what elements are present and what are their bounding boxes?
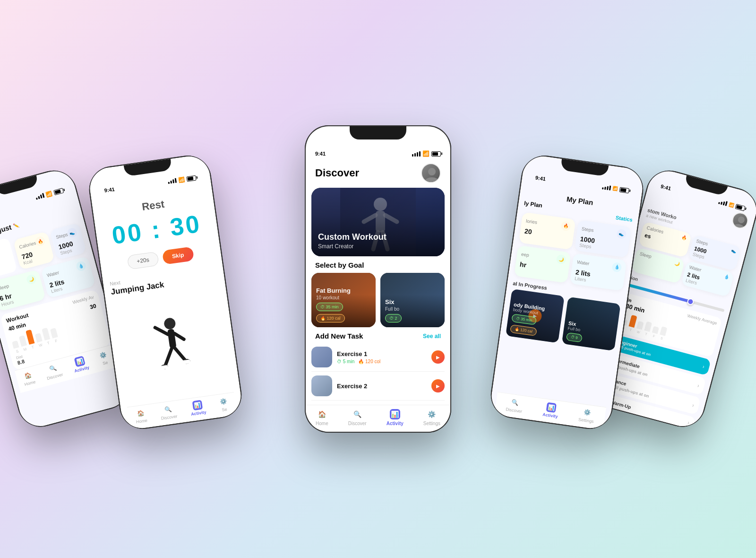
nav-discover-left2[interactable]: 🔍 Discover	[43, 362, 63, 381]
svg-line-4	[163, 348, 174, 366]
steps-label: Steps	[55, 231, 69, 239]
svg-point-10	[428, 168, 436, 175]
exercise-2-name: Exercise 2	[337, 383, 427, 390]
sleep-label: Sleep	[0, 283, 9, 291]
center-time: 9:41	[315, 151, 326, 157]
svg-point-11	[425, 177, 438, 183]
nav-home-center[interactable]: 🏠 Home	[316, 409, 328, 426]
exercise-2-thumb	[311, 375, 332, 396]
nav-settings-left2[interactable]: ⚙️ Se	[97, 349, 111, 366]
discover-title: Discover	[315, 167, 359, 179]
sixpack-card[interactable]: Six Full bo ⏱ 2	[380, 273, 445, 327]
six-pack-card[interactable]: Six Full bo ⏱ 9	[562, 296, 621, 351]
nav-activity-center[interactable]: 📊 Activity	[387, 409, 404, 426]
svg-rect-8	[160, 365, 169, 370]
nav-activity-right1[interactable]: 📊 Activity	[542, 402, 560, 419]
svg-point-0	[163, 317, 176, 330]
custom-avatar	[730, 210, 750, 230]
nav-settings-right1[interactable]: ⚙️ Settings	[578, 407, 596, 424]
svg-line-3	[174, 332, 184, 340]
nav-settings-right2[interactable]: ⚙️ Settings	[663, 430, 682, 431]
svg-rect-1	[167, 329, 176, 349]
nav-discover-right1[interactable]: 🔍 Discover	[506, 397, 524, 414]
exercise-1-item: Exercise 1 ⏱ 5 min 🔥 120 col ▶	[311, 343, 445, 372]
body-building-card[interactable]: ▶ ody Building body workout ⏱ 35 min 🔥 1…	[506, 289, 565, 343]
nav-activity-right2[interactable]: 📊 Activity	[632, 421, 651, 431]
user-avatar[interactable]	[421, 163, 441, 183]
statics-link[interactable]: Statics	[615, 215, 633, 223]
see-all-link[interactable]: See all	[423, 333, 441, 340]
svg-point-19	[737, 216, 745, 224]
hero-title: Custom Workout	[318, 233, 438, 242]
nav-activity-left2[interactable]: 📊 Activity	[71, 355, 90, 373]
exercise-1-name: Exercise 1	[337, 350, 427, 357]
skip-button[interactable]: Skip	[162, 246, 194, 265]
sixpack-sub: Full bo	[385, 306, 440, 312]
exercise-2-play[interactable]: ▶	[431, 379, 445, 392]
svg-point-20	[733, 223, 746, 230]
sixpack-title: Six	[385, 298, 440, 305]
add-task-title: Add New Task	[315, 332, 363, 340]
jumping-jack-figure	[145, 312, 202, 393]
svg-line-5	[175, 347, 186, 362]
sixpack-time-tag: ⏱ 2	[385, 314, 402, 323]
nav-settings-center[interactable]: ⚙️ Settings	[423, 409, 440, 426]
exercise-1-play[interactable]: ▶	[431, 350, 445, 364]
fat-burning-sub: 10 workout	[316, 295, 371, 300]
nav-discover-center[interactable]: 🔍 Discover	[348, 409, 367, 426]
select-goal-title: Select by Goal	[306, 256, 450, 273]
center-bottom-nav: 🏠 Home 🔍 Discover 📊 Activity ⚙️ Settings	[306, 405, 450, 432]
fat-burning-cal-tag: 🔥 120 cal	[316, 314, 345, 323]
rest-time: 9:41	[104, 186, 115, 193]
nav-activity-rest[interactable]: 📊 Activity	[189, 400, 206, 417]
fat-burning-title: Fat Burning	[316, 287, 371, 294]
phones-container: 9:41 📶 Friday	[47, 43, 709, 515]
hero-subtitle: Smart Creator	[318, 243, 438, 250]
exercise-1-time: ⏱ 5 min	[337, 359, 354, 364]
nav-discover-rest[interactable]: 🔍 Discover	[159, 403, 178, 421]
nav-home-left2[interactable]: 🏠 Home	[21, 369, 36, 387]
plus20s-button[interactable]: +20s	[127, 252, 159, 270]
water-label: Water	[46, 270, 60, 278]
calories-label: Calories	[18, 240, 36, 249]
fat-burning-card[interactable]: Fat Burning 10 workout ⏱ 35 min 🔥 120 ca…	[311, 273, 376, 327]
nav-se-rest[interactable]: ⚙️ Se	[218, 396, 229, 412]
phone-discover: 9:41 📶 Discover	[305, 125, 451, 433]
exercise-1-thumb	[311, 347, 332, 367]
fat-burning-time-tag: ⏱ 35 min	[316, 303, 343, 311]
exercise-2-item: Exercise 2 ▶	[311, 372, 445, 401]
exercise-1-cal: 🔥 120 col	[358, 359, 380, 364]
nav-home-rest[interactable]: 🏠 Home	[134, 408, 147, 424]
hero-workout-card[interactable]: Custom Workout Smart Creator	[311, 188, 445, 256]
